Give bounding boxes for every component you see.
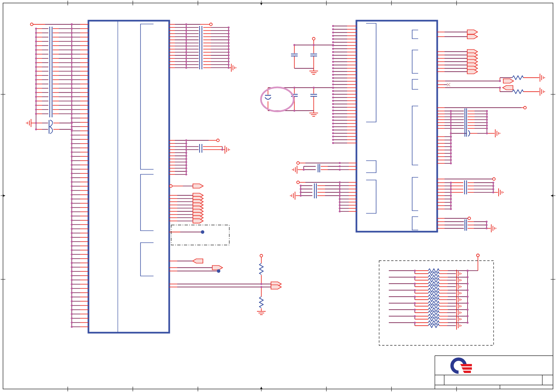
- company-logo: [452, 359, 472, 373]
- right-ic-main-pins: [333, 26, 356, 143]
- r6-rail-pins: [437, 196, 451, 209]
- left-ic-left-pins: [72, 24, 88, 327]
- right-ic-gb-cap-lines: [301, 186, 340, 196]
- r5-rail-pins: [437, 137, 451, 163]
- ic-left: [88, 21, 169, 333]
- r6-cap-lines: [437, 183, 493, 192]
- ic-right: [356, 21, 437, 232]
- right-ic-gb-pins: [340, 182, 356, 196]
- ic-blocks: [88, 21, 437, 333]
- r2-arrow-pins: [437, 50, 478, 74]
- termination-resistor-network: [389, 254, 479, 330]
- left-ic-g1-cap-lines: [186, 27, 229, 68]
- right-ic-gb-lower-pins: [340, 199, 356, 211]
- annotation-boxes: [171, 225, 494, 345]
- schematic-drawing: [0, 0, 556, 392]
- right-ic-ga-pins: [340, 163, 356, 170]
- left-ic-left-bus-ext: [36, 29, 72, 114]
- dash-dot-callout-box: [171, 225, 229, 245]
- title-block: [435, 356, 553, 389]
- r7-cap-lines: [437, 222, 487, 228]
- schematic-page: [0, 0, 556, 392]
- left-ic-arrow-pins: [169, 193, 203, 223]
- right-ic-ga-cap-lines: [304, 166, 340, 170]
- crystal-highlight-ellipse: [261, 87, 294, 111]
- left-ic-g1-pins: [169, 24, 186, 68]
- r1-arrow-pins: [437, 30, 478, 39]
- r5-cap-lines: [437, 111, 487, 128]
- left-ic-g2-pins: [169, 140, 186, 174]
